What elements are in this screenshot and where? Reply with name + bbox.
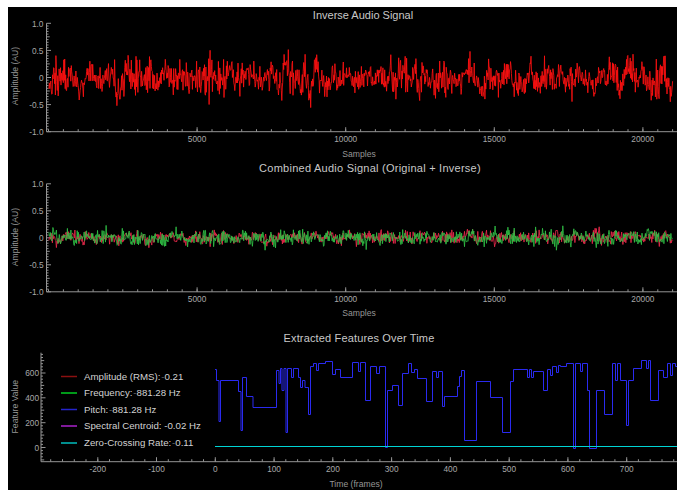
svg-text:100: 100 (267, 464, 281, 474)
svg-text:400: 400 (443, 464, 457, 474)
svg-text:400: 400 (25, 393, 39, 403)
svg-text:300: 300 (385, 464, 399, 474)
svg-text:200: 200 (326, 464, 340, 474)
svg-text:Zero-Crossing Rate: -0.11: Zero-Crossing Rate: -0.11 (84, 437, 193, 448)
svg-text:5000: 5000 (188, 134, 207, 144)
svg-text:-100: -100 (148, 464, 165, 474)
svg-text:1.0: 1.0 (32, 19, 44, 29)
svg-text:200: 200 (25, 418, 39, 428)
svg-text:Pitch: -881.28 Hz: Pitch: -881.28 Hz (84, 404, 157, 415)
svg-text:5000: 5000 (188, 294, 207, 304)
svg-text:Feature Value: Feature Value (10, 380, 20, 434)
svg-text:Amplitude (AU): Amplitude (AU) (10, 208, 20, 266)
svg-text:Amplitude (RMS): -0.21: Amplitude (RMS): -0.21 (84, 371, 183, 382)
svg-text:500: 500 (502, 464, 516, 474)
svg-text:15000: 15000 (483, 134, 506, 144)
svg-text:Extracted Features Over Time: Extracted Features Over Time (284, 332, 435, 344)
svg-text:-1.0: -1.0 (29, 287, 44, 297)
svg-text:0: 0 (39, 73, 44, 83)
svg-text:Amplitude (AU): Amplitude (AU) (10, 47, 20, 105)
svg-text:Time (frames): Time (frames) (329, 479, 382, 489)
svg-text:Combined Audio Signal (Origina: Combined Audio Signal (Original + Invers… (259, 162, 481, 174)
svg-text:Samples: Samples (342, 308, 375, 318)
svg-text:-200: -200 (89, 464, 106, 474)
svg-text:10000: 10000 (334, 294, 357, 304)
svg-text:10000: 10000 (334, 134, 357, 144)
svg-text:-1.0: -1.0 (29, 127, 44, 137)
svg-text:Spectral Centroid: -0.02 Hz: Spectral Centroid: -0.02 Hz (84, 420, 201, 431)
svg-text:1.0: 1.0 (32, 179, 44, 189)
svg-text:0: 0 (213, 464, 218, 474)
svg-text:-0.5: -0.5 (29, 260, 44, 270)
svg-text:Samples: Samples (342, 149, 375, 159)
svg-text:0.5: 0.5 (32, 206, 44, 216)
svg-text:0: 0 (39, 233, 44, 243)
svg-text:0: 0 (34, 443, 39, 453)
svg-text:20000: 20000 (631, 134, 654, 144)
svg-text:15000: 15000 (483, 294, 506, 304)
svg-text:600: 600 (561, 464, 575, 474)
svg-text:20000: 20000 (631, 294, 654, 304)
svg-text:0.5: 0.5 (32, 46, 44, 56)
svg-text:600: 600 (25, 368, 39, 378)
svg-text:Inverse Audio Signal: Inverse Audio Signal (313, 9, 413, 21)
svg-text:700: 700 (620, 464, 634, 474)
svg-text:Frequency: -881.28 Hz: Frequency: -881.28 Hz (84, 387, 181, 398)
svg-text:-0.5: -0.5 (29, 100, 44, 110)
